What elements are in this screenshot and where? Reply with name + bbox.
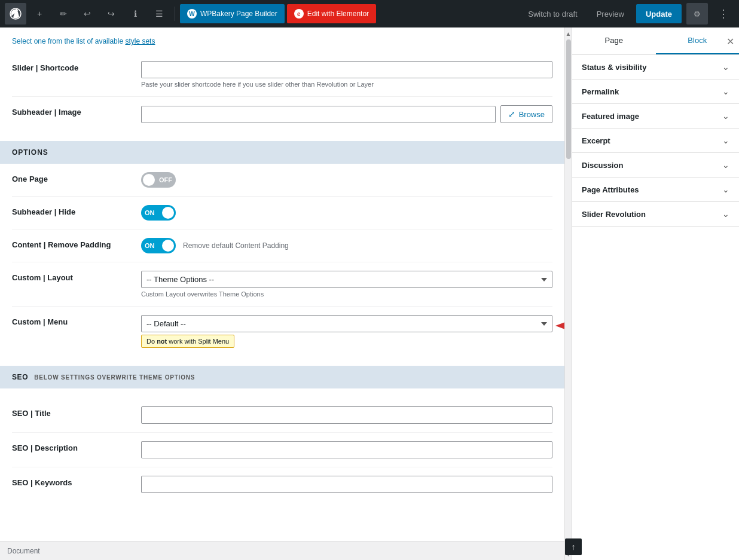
more-icon: ⋮ bbox=[718, 7, 729, 20]
redo-button[interactable]: ↪ bbox=[100, 3, 122, 25]
subheader-hide-row: Subheader | Hide ON bbox=[12, 197, 552, 229]
one-page-toggle-knob bbox=[143, 174, 155, 186]
switch-draft-button[interactable]: Switch to draft bbox=[521, 4, 584, 23]
content-padding-toggle-knob bbox=[162, 240, 174, 252]
undo-icon: ↩ bbox=[84, 9, 91, 19]
content-padding-label: Content | Remove Padding bbox=[12, 238, 132, 249]
sidebar-section-permalink-label: Permalink bbox=[582, 87, 619, 96]
seo-title-label: SEO | Title bbox=[12, 406, 132, 418]
browse-button[interactable]: ⤢ Browse bbox=[500, 105, 552, 123]
list-button[interactable]: ☰ bbox=[148, 3, 170, 25]
subheader-hide-control: ON bbox=[141, 205, 552, 221]
edit-icon: ✏ bbox=[60, 9, 67, 19]
wp-logo bbox=[5, 3, 26, 25]
sidebar-section-slider-revolution[interactable]: Slider Revolution ⌄ bbox=[572, 202, 739, 227]
subheader-image-input[interactable] bbox=[141, 106, 496, 123]
custom-layout-label: Custom | Layout bbox=[12, 271, 132, 282]
options-section-header: OPTIONS bbox=[0, 141, 564, 164]
sidebar-section-featured-image[interactable]: Featured image ⌄ bbox=[572, 104, 739, 128]
right-sidebar: Page Block ✕ Status & visibility ⌄ Perma… bbox=[572, 27, 739, 560]
sidebar-close-button[interactable]: ✕ bbox=[726, 35, 734, 47]
main-layout: Select one from the list of available st… bbox=[0, 27, 739, 560]
one-page-toggle-label: OFF bbox=[159, 176, 172, 183]
wpbakery-icon: W bbox=[187, 9, 197, 19]
settings-button[interactable]: ⚙ bbox=[686, 3, 708, 25]
sidebar-tabs: Page Block ✕ bbox=[572, 27, 739, 55]
one-page-label: One Page bbox=[12, 172, 132, 183]
chevron-down-icon-page-attributes: ⌄ bbox=[722, 185, 729, 194]
chevron-down-icon-status: ⌄ bbox=[722, 62, 729, 72]
update-button[interactable]: Update bbox=[636, 4, 682, 23]
sidebar-section-permalink[interactable]: Permalink ⌄ bbox=[572, 79, 739, 104]
style-sets-link[interactable]: style sets bbox=[125, 37, 155, 45]
content-padding-control: ON Remove default Content Padding bbox=[141, 238, 552, 253]
subheader-hide-toggle-label: ON bbox=[145, 209, 155, 216]
content-padding-toggle-label: ON bbox=[145, 242, 155, 249]
chevron-down-icon-discussion: ⌄ bbox=[722, 160, 729, 170]
edit-button[interactable]: ✏ bbox=[53, 3, 74, 25]
slider-shortcode-input[interactable] bbox=[141, 61, 552, 78]
custom-layout-control: -- Theme Options -- Custom Layout overwr… bbox=[141, 271, 552, 298]
slider-shortcode-hint: Paste your slider shortcode here if you … bbox=[141, 81, 552, 88]
seo-description-input[interactable] bbox=[141, 441, 552, 458]
browse-group: ⤢ Browse bbox=[141, 105, 552, 123]
chevron-down-icon-permalink: ⌄ bbox=[722, 87, 729, 96]
seo-description-control bbox=[141, 441, 552, 458]
custom-layout-hint: Custom Layout overwrites Theme Options bbox=[141, 290, 552, 298]
content-padding-row: Content | Remove Padding ON Remove defau… bbox=[12, 229, 552, 262]
content-area: Select one from the list of available st… bbox=[0, 27, 564, 560]
chevron-down-icon-featured-image: ⌄ bbox=[722, 111, 729, 121]
custom-layout-select[interactable]: -- Theme Options -- bbox=[141, 271, 552, 288]
one-page-control: OFF bbox=[141, 172, 552, 188]
subheader-hide-label: Subheader | Hide bbox=[12, 205, 132, 216]
sidebar-section-page-attributes[interactable]: Page Attributes ⌄ bbox=[572, 178, 739, 202]
sidebar-section-page-attributes-label: Page Attributes bbox=[582, 185, 639, 194]
toolbar-right: Switch to draft Preview Update ⚙ ⋮ bbox=[521, 3, 734, 25]
content-padding-toggle[interactable]: ON bbox=[141, 238, 176, 253]
sidebar-section-excerpt-label: Excerpt bbox=[582, 136, 610, 145]
preview-button[interactable]: Preview bbox=[590, 4, 631, 23]
subheader-image-row: Subheader | Image ⤢ Browse bbox=[12, 97, 552, 131]
seo-title-input[interactable] bbox=[141, 406, 552, 424]
subheader-image-label: Subheader | Image bbox=[12, 105, 132, 117]
toolbar-divider bbox=[175, 7, 175, 21]
wpbakery-button[interactable]: W WPBakery Page Builder bbox=[180, 4, 285, 23]
sidebar-section-excerpt[interactable]: Excerpt ⌄ bbox=[572, 128, 739, 153]
list-icon: ☰ bbox=[155, 9, 163, 19]
add-button[interactable]: + bbox=[29, 3, 50, 25]
slider-shortcode-label: Slider | Shortcode bbox=[12, 61, 132, 72]
custom-menu-select[interactable]: -- Default -- bbox=[141, 315, 552, 332]
seo-keywords-label: SEO | Keywords bbox=[12, 476, 132, 487]
seo-keywords-control bbox=[141, 476, 552, 493]
bottom-bar: Document bbox=[0, 541, 564, 560]
subheader-image-control: ⤢ Browse bbox=[141, 105, 552, 123]
browse-icon: ⤢ bbox=[508, 109, 515, 119]
scroll-to-top-button[interactable]: ↑ bbox=[565, 538, 582, 555]
more-button[interactable]: ⋮ bbox=[713, 3, 734, 25]
tab-page[interactable]: Page bbox=[572, 27, 656, 54]
scroll-up-arrow[interactable]: ▲ bbox=[565, 27, 572, 39]
red-arrow-container: -- Default -- bbox=[141, 315, 552, 332]
subheader-hide-toggle[interactable]: ON bbox=[141, 205, 176, 221]
subheader-hide-toggle-knob bbox=[162, 207, 174, 219]
one-page-toggle[interactable]: OFF bbox=[141, 172, 176, 188]
seo-description-row: SEO | Description bbox=[12, 433, 552, 467]
elementor-button[interactable]: e Edit with Elementor bbox=[287, 4, 376, 23]
scroll-thumb[interactable] bbox=[566, 39, 571, 159]
wordpress-icon bbox=[10, 8, 22, 20]
toolbar: + ✏ ↩ ↪ ℹ ☰ W WPBakery Page Builder e Ed… bbox=[0, 0, 739, 27]
top-hint: Select one from the list of available st… bbox=[12, 37, 552, 53]
seo-title-row: SEO | Title bbox=[12, 398, 552, 433]
sidebar-section-discussion[interactable]: Discussion ⌄ bbox=[572, 153, 739, 178]
undo-button[interactable]: ↩ bbox=[77, 3, 98, 25]
scroll-track[interactable]: ▲ ▼ ↑ bbox=[564, 27, 572, 560]
one-page-row: One Page OFF bbox=[12, 164, 552, 197]
options-form: One Page OFF Subheader | Hide ON bbox=[0, 164, 564, 366]
seo-form: SEO | Title SEO | Description SEO | Keyw… bbox=[0, 388, 564, 511]
seo-keywords-input[interactable] bbox=[141, 476, 552, 493]
sidebar-panel: Status & visibility ⌄ Permalink ⌄ Featur… bbox=[572, 55, 739, 560]
sidebar-section-status[interactable]: Status & visibility ⌄ bbox=[572, 55, 739, 79]
info-icon: ℹ bbox=[134, 9, 137, 19]
info-button[interactable]: ℹ bbox=[124, 3, 146, 25]
seo-section-header: SEO BELOW SETTINGS OVERWRITE THEME OPTIO… bbox=[0, 366, 564, 388]
